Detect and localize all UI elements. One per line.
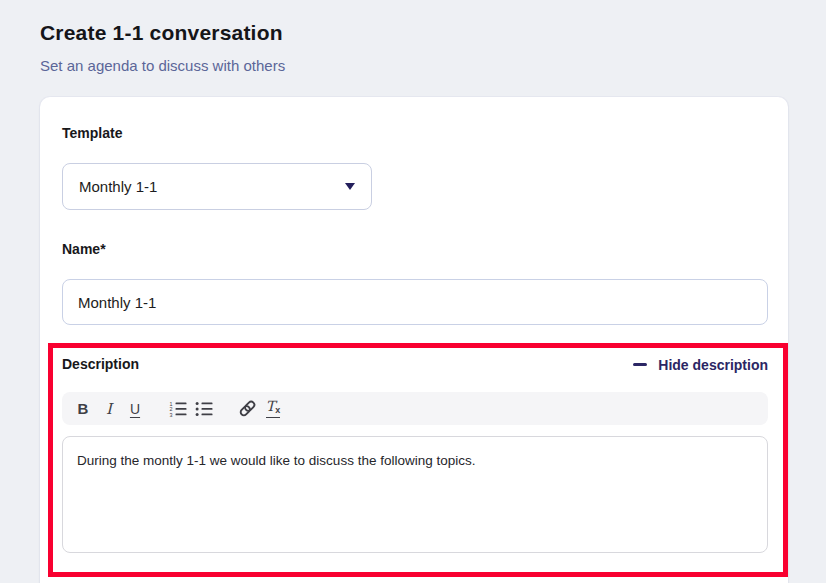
insert-link-button[interactable] (234, 396, 260, 422)
ordered-list-button[interactable]: 1 2 3 (165, 396, 191, 422)
underline-button[interactable]: U (122, 396, 148, 422)
bullet-list-button[interactable] (191, 396, 217, 422)
hide-description-button[interactable]: Hide description (633, 357, 768, 373)
description-label: Description (62, 356, 139, 373)
link-icon (238, 399, 257, 418)
description-text: During the montly 1-1 we would like to d… (77, 453, 475, 468)
italic-icon: I (106, 400, 112, 418)
description-header-row: Description Hide description (62, 356, 768, 373)
page-title: Create 1-1 conversation (40, 21, 786, 45)
clear-formatting-icon: Tx (266, 399, 280, 418)
name-label: Name* (62, 241, 768, 258)
name-field: Name* (62, 241, 768, 325)
template-select[interactable]: Monthly 1-1 (62, 163, 372, 210)
description-section: Description Hide description B I U 1 2 (62, 356, 768, 553)
page-header: Create 1-1 conversation Set an agenda to… (0, 0, 826, 76)
ordered-list-icon: 1 2 3 (169, 400, 187, 418)
hide-description-label: Hide description (658, 357, 768, 373)
template-field: Template Monthly 1-1 (62, 125, 768, 210)
italic-button[interactable]: I (96, 396, 122, 422)
clear-formatting-button[interactable]: Tx (260, 396, 286, 422)
chevron-down-icon (345, 183, 355, 190)
bullet-list-icon (195, 400, 213, 418)
description-editor[interactable]: During the montly 1-1 we would like to d… (62, 436, 768, 553)
template-select-value: Monthly 1-1 (79, 178, 157, 195)
minus-icon (633, 363, 647, 366)
bold-icon: B (78, 400, 89, 417)
svg-text:3: 3 (170, 411, 173, 417)
underline-icon: U (130, 401, 140, 417)
form-card: Template Monthly 1-1 Name* Description H… (40, 97, 788, 583)
template-label: Template (62, 125, 768, 142)
page-subtitle: Set an agenda to discuss with others (40, 56, 786, 76)
richtext-toolbar: B I U 1 2 3 (62, 392, 768, 425)
bold-button[interactable]: B (70, 396, 96, 422)
name-input[interactable] (62, 279, 768, 325)
